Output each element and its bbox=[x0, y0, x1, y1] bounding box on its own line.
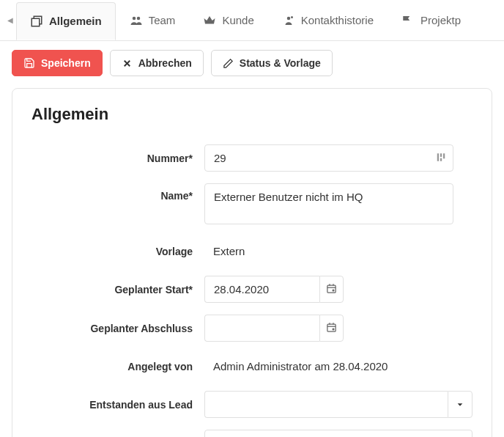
tab-general[interactable]: Allgemein bbox=[16, 2, 116, 40]
tab-customer[interactable]: Kunde bbox=[189, 1, 267, 40]
svg-point-4 bbox=[291, 16, 293, 18]
label-name: Name* bbox=[32, 183, 204, 202]
planned-start-datepicker-button[interactable] bbox=[319, 276, 344, 303]
general-card: Allgemein Nummer* Name* Vorlage Extern G… bbox=[12, 88, 492, 437]
svg-point-3 bbox=[287, 16, 291, 20]
tab-team[interactable]: Team bbox=[116, 1, 190, 40]
tab-label: Team bbox=[149, 14, 176, 26]
contact-icon bbox=[282, 14, 295, 27]
from-lead-select[interactable] bbox=[204, 391, 448, 418]
section-title: Allgemein bbox=[32, 105, 472, 124]
tab-label: Allgemein bbox=[49, 15, 102, 27]
tab-label: Projektp bbox=[420, 14, 461, 26]
svg-rect-0 bbox=[32, 18, 40, 26]
pencil-icon bbox=[223, 58, 234, 69]
svg-point-20 bbox=[333, 328, 334, 330]
svg-rect-16 bbox=[327, 324, 336, 331]
label-from-lead: Entstanden aus Lead bbox=[32, 399, 204, 411]
planned-end-input[interactable] bbox=[204, 315, 319, 342]
status-template-button[interactable]: Status & Vorlage bbox=[211, 50, 333, 76]
tab-bar: ◀ Allgemein Team Kunde Kontakthistorie P… bbox=[0, 0, 504, 41]
chevron-down-icon bbox=[456, 399, 464, 411]
name-input[interactable] bbox=[204, 183, 453, 224]
label-created-by: Angelegt von bbox=[32, 361, 204, 372]
tab-scroll-left[interactable]: ◀ bbox=[4, 16, 16, 24]
svg-rect-11 bbox=[327, 285, 336, 293]
save-button[interactable]: Speichern bbox=[12, 50, 103, 76]
svg-rect-8 bbox=[440, 153, 442, 157]
svg-rect-7 bbox=[437, 153, 439, 161]
button-label: Status & Vorlage bbox=[240, 57, 321, 69]
planned-end-datepicker-button[interactable] bbox=[319, 315, 344, 342]
flag-icon bbox=[401, 14, 415, 27]
svg-rect-9 bbox=[440, 158, 442, 161]
label-number: Nummer* bbox=[32, 153, 204, 164]
label-planned-start: Geplanter Start* bbox=[32, 284, 204, 295]
close-icon bbox=[122, 58, 133, 69]
number-input[interactable] bbox=[204, 144, 453, 172]
tab-label: Kontakthistorie bbox=[301, 14, 374, 26]
team-icon bbox=[130, 14, 143, 27]
label-planned-end: Geplanter Abschluss bbox=[32, 323, 204, 334]
svg-point-1 bbox=[132, 16, 136, 20]
svg-rect-10 bbox=[443, 153, 445, 158]
calendar-icon bbox=[326, 322, 337, 335]
stack-icon bbox=[30, 15, 43, 28]
auto-number-icon[interactable] bbox=[436, 152, 446, 164]
tab-contact-history[interactable]: Kontakthistorie bbox=[268, 1, 388, 40]
jira-key-input[interactable] bbox=[204, 430, 472, 437]
label-template: Vorlage bbox=[32, 246, 204, 257]
svg-point-2 bbox=[136, 16, 140, 20]
planned-start-input[interactable] bbox=[204, 276, 319, 303]
created-by-value: Admin Administrator am 28.04.2020 bbox=[204, 353, 472, 379]
crown-icon bbox=[203, 14, 216, 27]
calendar-icon bbox=[326, 283, 337, 296]
button-label: Abbrechen bbox=[138, 57, 192, 69]
tab-project[interactable]: Projektp bbox=[388, 1, 475, 40]
button-label: Speichern bbox=[41, 57, 91, 69]
tab-label: Kunde bbox=[222, 14, 253, 26]
save-icon bbox=[23, 57, 35, 69]
svg-point-15 bbox=[333, 290, 334, 291]
cancel-button[interactable]: Abbrechen bbox=[110, 50, 204, 76]
template-value: Extern bbox=[204, 238, 472, 264]
action-bar: Speichern Abbrechen Status & Vorlage bbox=[0, 41, 504, 85]
from-lead-dropdown-button[interactable] bbox=[448, 391, 472, 418]
